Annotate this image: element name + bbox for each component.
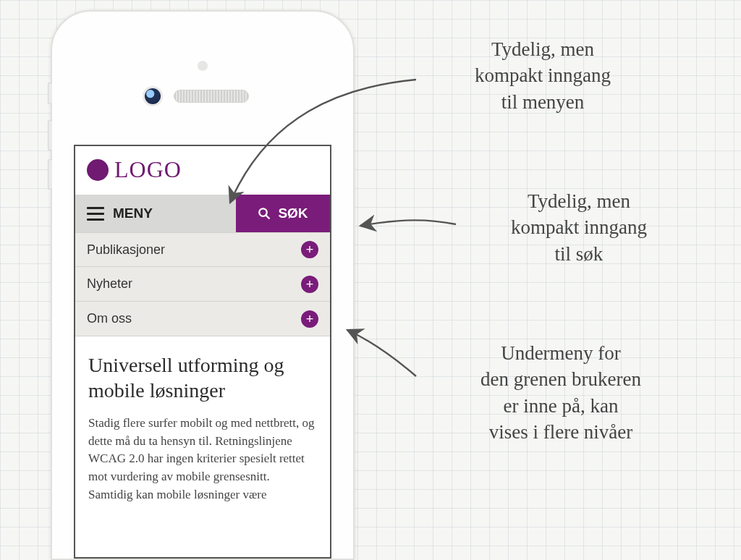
svg-line-1 [266,215,270,219]
article: Universell utforming og mobile løsninger… [75,336,330,504]
expand-icon[interactable]: + [301,310,318,328]
submenu-item[interactable]: Om oss + [75,302,330,336]
menu-button-label: MENY [113,205,153,221]
expand-icon[interactable]: + [301,241,318,258]
submenu: Publikasjoner + Nyheter + Om oss + [75,232,330,336]
svg-point-0 [260,208,268,216]
search-button-label: SØK [278,205,308,221]
submenu-item-label: Om oss [87,311,132,326]
search-button[interactable]: SØK [236,195,330,232]
submenu-item-label: Nyheter [87,276,132,292]
logo-icon [87,159,109,181]
logo-row: LOGO [75,146,330,195]
annotation-menu: Tydelig, men kompakt inngang til menyen [405,36,680,115]
phone-side-button [48,159,52,190]
phone-frame: LOGO MENY SØK Publikasjo [51,10,355,560]
hamburger-icon [87,207,104,221]
phone-camera [145,88,161,104]
phone-speaker [174,90,249,103]
submenu-item[interactable]: Nyheter + [75,267,330,302]
submenu-item-label: Publikasjoner [87,242,165,258]
article-body: Stadig flere surfer mobilt og med nettbr… [88,415,317,504]
logo-text: LOGO [114,156,182,183]
annotation-search: Tydelig, men kompakt inngang til søk [449,188,709,267]
search-icon [258,207,271,220]
phone-side-button [48,82,52,104]
phone-screen: LOGO MENY SØK Publikasjo [74,145,331,559]
submenu-item[interactable]: Publikasjoner + [75,232,330,267]
menu-button[interactable]: MENY [75,195,236,232]
annotation-submenu: Undermeny for den grenen brukeren er inn… [405,340,716,446]
article-heading: Universell utforming og mobile løsninger [88,352,317,403]
toolbar: MENY SØK [75,195,330,232]
phone-sensor [198,61,208,71]
expand-icon[interactable]: + [301,276,318,293]
phone-side-button [48,120,52,150]
